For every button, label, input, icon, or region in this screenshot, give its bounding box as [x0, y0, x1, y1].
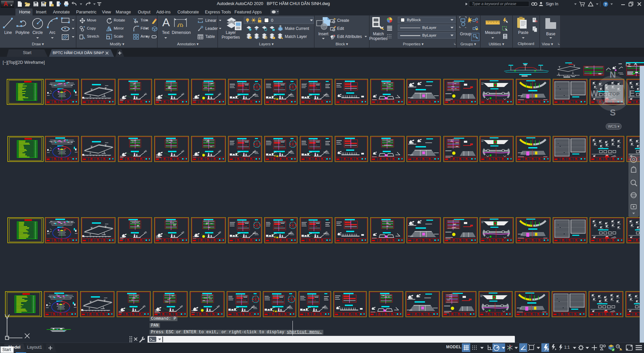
svg-text:?: ? [604, 2, 607, 6]
svg-text:TOP: TOP [609, 91, 620, 97]
svg-text:A: A [3, 1, 8, 7]
svg-text:E: E [629, 88, 635, 98]
svg-text:W: W [591, 88, 598, 98]
svg-text:N: N [610, 70, 616, 80]
svg-text:!: ! [621, 349, 621, 351]
svg-text:0: 0 [271, 18, 273, 23]
svg-text:S: S [610, 107, 615, 117]
svg-text:Layout1: Layout1 [27, 345, 42, 350]
svg-text:A: A [162, 16, 170, 28]
